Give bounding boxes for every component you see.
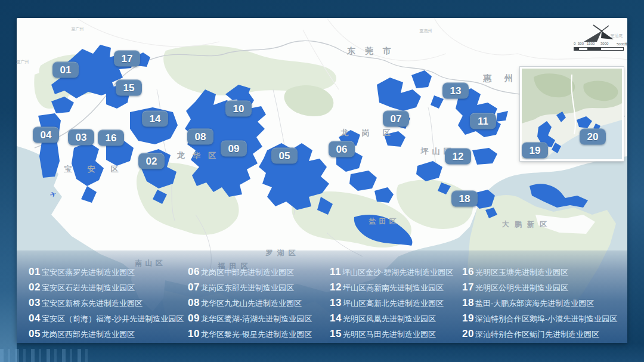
scale-bar-segments: [574, 47, 624, 51]
scale-label: 3000: [600, 42, 608, 45]
legend-panel: [17, 250, 627, 343]
skyline-decoration: [0, 349, 89, 362]
left-edge-glow: [0, 0, 17, 362]
poster: 0500150030005000米 东莞市惠州宝安区龙华区龙岗区坪山区南山区福田…: [0, 0, 644, 362]
scale-label: 5000米: [617, 42, 628, 47]
scale-segment: [579, 48, 587, 50]
scale-bar: 0500150030005000米: [574, 42, 624, 52]
scale-label: 500: [578, 42, 584, 45]
scale-bar-labels: 0500150030005000米: [574, 42, 624, 47]
right-edge-glow: [627, 0, 644, 362]
inset-map-shenshan: [520, 67, 624, 161]
scale-segment: [574, 48, 579, 50]
scale-segment: [601, 48, 623, 50]
inset-terrain: [522, 69, 622, 159]
bottom-edge-glow: [0, 343, 644, 362]
scale-label: 0: [574, 42, 575, 45]
scale-label: 1500: [587, 42, 595, 45]
scale-segment: [587, 48, 601, 50]
